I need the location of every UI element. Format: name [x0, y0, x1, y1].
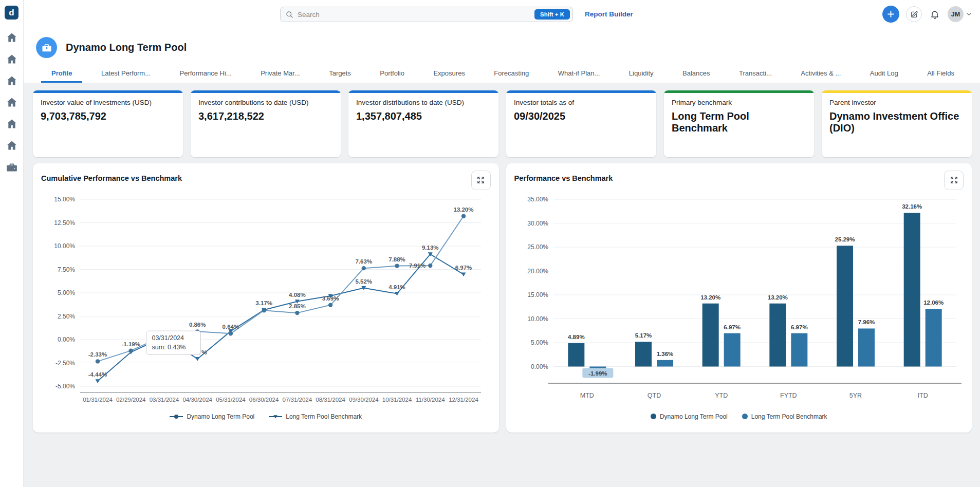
card-value: Dynamo Investment Office (DIO) — [829, 110, 964, 135]
svg-text:5.17%: 5.17% — [635, 332, 652, 339]
svg-text:5.00%: 5.00% — [530, 339, 548, 346]
tab-forecasting[interactable]: Forecasting — [484, 65, 539, 83]
svg-text:13.20%: 13.20% — [767, 294, 787, 301]
tab-performance-hi[interactable]: Performance Hi... — [170, 65, 242, 83]
svg-text:MTD: MTD — [580, 392, 594, 399]
svg-text:10.00%: 10.00% — [54, 242, 75, 250]
stat-card: Investor totals as of09/30/2025 — [506, 90, 656, 157]
svg-text:7.63%: 7.63% — [356, 258, 373, 265]
avatar: JM — [948, 6, 964, 22]
svg-text:3.17%: 3.17% — [255, 300, 272, 306]
dynamo-logo: d — [5, 6, 19, 20]
home-icon[interactable] — [6, 118, 17, 129]
svg-text:-2.33%: -2.33% — [88, 351, 107, 358]
legend-dot — [651, 414, 656, 419]
legend-item[interactable]: Long Term Pool Benchmark — [742, 413, 827, 420]
performance-benchmark-chart[interactable]: 35.00%30.00%25.00%20.00%15.00%10.00%5.00… — [514, 191, 964, 411]
home-icon[interactable] — [6, 53, 17, 65]
tab-liquidity[interactable]: Liquidity — [619, 65, 664, 83]
svg-text:06/30/2024: 06/30/2024 — [249, 397, 279, 403]
tab-what-if-plan[interactable]: What-if Plan... — [548, 65, 611, 83]
tab-all-fields[interactable]: All Fields — [917, 65, 965, 83]
home-icon[interactable] — [6, 75, 17, 86]
svg-text:FYTD: FYTD — [780, 392, 797, 399]
search-shortcut-badge: Shift + K — [534, 9, 570, 20]
main-column: Shift + K Report Builder — [24, 0, 980, 487]
tab-exposures[interactable]: Exposures — [423, 65, 475, 83]
svg-text:07/31/2024: 07/31/2024 — [283, 397, 312, 403]
expand-chart-button[interactable] — [471, 171, 491, 190]
tab-balances[interactable]: Balances — [672, 65, 720, 83]
expand-chart-button[interactable] — [944, 171, 964, 190]
legend-item[interactable]: Dynamo Long Term Pool — [651, 413, 728, 420]
tab-private-mar[interactable]: Private Mar... — [250, 65, 310, 83]
add-button[interactable] — [882, 6, 899, 23]
tab-latest-perform[interactable]: Latest Perform... — [91, 65, 161, 83]
home-icon[interactable] — [6, 32, 17, 43]
svg-text:-1.99%: -1.99% — [588, 370, 607, 376]
compose-button[interactable] — [906, 6, 922, 22]
briefcase-icon[interactable] — [6, 161, 17, 173]
svg-text:QTD: QTD — [647, 392, 660, 399]
svg-text:3.69%: 3.69% — [322, 295, 339, 302]
briefcase-icon — [41, 42, 52, 53]
svg-text:2.50%: 2.50% — [58, 312, 75, 320]
svg-text:32.16%: 32.16% — [902, 203, 922, 210]
topbar: Shift + K Report Builder — [24, 0, 980, 29]
topbar-actions: JM — [882, 6, 972, 23]
legend-item[interactable]: Long Term Pool Benchmark — [269, 413, 362, 420]
home-icon[interactable] — [6, 140, 17, 151]
card-label: Investor contributions to date (USD) — [198, 99, 333, 106]
card-label: Investor totals as of — [514, 99, 649, 106]
svg-text:15.00%: 15.00% — [54, 196, 75, 203]
notifications-button[interactable] — [929, 8, 941, 21]
user-menu[interactable]: JM — [948, 6, 972, 22]
search-input[interactable] — [293, 11, 534, 18]
compose-icon — [910, 10, 918, 18]
svg-text:sum: 0.43%: sum: 0.43% — [152, 344, 186, 351]
svg-text:04/30/2024: 04/30/2024 — [182, 397, 212, 403]
svg-text:15.00%: 15.00% — [527, 291, 548, 298]
card-value: Long Term Pool Benchmark — [672, 110, 806, 135]
tab-profile[interactable]: Profile — [41, 65, 82, 83]
svg-text:10/31/2024: 10/31/2024 — [382, 397, 412, 403]
svg-text:6.97%: 6.97% — [791, 324, 808, 330]
svg-text:7.50%: 7.50% — [58, 266, 75, 273]
home-icon[interactable] — [6, 97, 17, 108]
svg-text:0.86%: 0.86% — [189, 322, 206, 328]
svg-text:7.88%: 7.88% — [389, 256, 405, 262]
svg-text:6.97%: 6.97% — [724, 324, 741, 330]
tab-transacti[interactable]: Transacti... — [729, 65, 782, 83]
charts-row: Cumulative Performance vs Benchmark 15.0… — [24, 163, 980, 433]
stat-card: Investor distributions to date (USD)1,35… — [348, 90, 498, 157]
expand-icon — [950, 176, 958, 184]
svg-text:0.64%: 0.64% — [223, 324, 239, 330]
svg-text:35.00%: 35.00% — [527, 196, 548, 203]
left-rail-nav — [6, 32, 17, 173]
cumulative-performance-chart[interactable]: 15.00%12.50%10.00%7.50%5.00%2.50%0.00%-2… — [41, 191, 490, 411]
svg-text:4.89%: 4.89% — [568, 334, 585, 340]
svg-text:7.96%: 7.96% — [858, 319, 875, 325]
bell-icon — [930, 9, 940, 20]
left-rail: d — [0, 0, 24, 487]
svg-text:YTD: YTD — [715, 392, 728, 399]
chart-title: Performance vs Benchmark — [514, 171, 613, 182]
legend-dot — [742, 414, 748, 419]
card-label: Parent investor — [829, 99, 964, 106]
page-header: Dynamo Long Term Pool — [24, 29, 980, 65]
svg-text:5YR: 5YR — [849, 392, 861, 399]
tab-targets[interactable]: Targets — [319, 65, 361, 83]
svg-text:ITD: ITD — [917, 392, 928, 399]
tab-bar: ProfileLatest Perform...Performance Hi..… — [24, 65, 980, 83]
tab-audit-log[interactable]: Audit Log — [860, 65, 909, 83]
svg-text:03/31/2024: 03/31/2024 — [150, 397, 179, 403]
tab-portfolio[interactable]: Portfolio — [369, 65, 415, 83]
svg-text:5.00%: 5.00% — [58, 289, 75, 296]
legend-item[interactable]: Dynamo Long Term Pool — [170, 413, 254, 420]
search-box[interactable]: Shift + K — [280, 7, 573, 22]
report-builder-link[interactable]: Report Builder — [585, 10, 633, 18]
svg-text:12.06%: 12.06% — [923, 299, 944, 306]
line-chart-legend: Dynamo Long Term PoolLong Term Pool Benc… — [41, 413, 491, 420]
tab-activities[interactable]: Activities & ... — [790, 65, 851, 83]
performance-benchmark-card: Performance vs Benchmark 35.00%30.00%25.… — [506, 163, 972, 433]
